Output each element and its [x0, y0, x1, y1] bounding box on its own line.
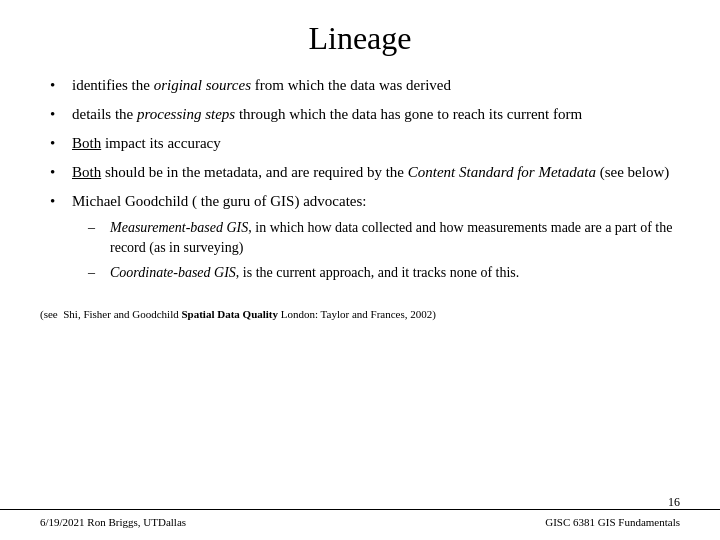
sub-bullet-list: – Measurement-based GIS, in which how da… — [88, 218, 680, 283]
bullet-text-4: Both should be in the metadata, and are … — [72, 162, 680, 183]
sub-dash: – — [88, 263, 106, 283]
bullet-dot: • — [50, 162, 68, 183]
bullet-text-5: Michael Goodchild ( the guru of GIS) adv… — [72, 191, 680, 289]
underline-text: Both — [72, 135, 101, 151]
footer-bar: 6/19/2021 Ron Briggs, UTDallas GISC 6381… — [0, 509, 720, 528]
bullet-text-2: details the processing steps through whi… — [72, 104, 680, 125]
page-number: 16 — [668, 495, 680, 510]
bullet-dot: • — [50, 75, 68, 96]
sub-text-1: Measurement-based GIS, in which how data… — [110, 218, 680, 257]
bullet-dot: • — [50, 191, 68, 212]
sub-list-item: – Measurement-based GIS, in which how da… — [88, 218, 680, 257]
bullet-text-3: Both impact its accuracy — [72, 133, 680, 154]
list-item: • Both should be in the metadata, and ar… — [50, 162, 680, 183]
bullet-dot: • — [50, 133, 68, 154]
bold-text: Spatial Data Quality — [181, 308, 278, 320]
main-bullet-list: • identifies the original sources from w… — [50, 75, 680, 297]
italic-text: Measurement-based GIS — [110, 220, 248, 235]
bullet-text-1: identifies the original sources from whi… — [72, 75, 680, 96]
bullet-dot: • — [50, 104, 68, 125]
underline-text: Both — [72, 164, 101, 180]
italic-text: Content Standard for Metadata — [408, 164, 596, 180]
italic-text: original sources — [154, 77, 251, 93]
footer-left: 6/19/2021 Ron Briggs, UTDallas — [40, 516, 186, 528]
list-item: • identifies the original sources from w… — [50, 75, 680, 96]
sub-dash: – — [88, 218, 106, 238]
sub-list-item: – Coordinate-based GIS, is the current a… — [88, 263, 680, 283]
footer-reference: (see Shi, Fisher and Goodchild Spatial D… — [40, 307, 680, 322]
italic-text: Coordinate-based GIS — [110, 265, 236, 280]
list-item: • Michael Goodchild ( the guru of GIS) a… — [50, 191, 680, 289]
italic-text: processing steps — [137, 106, 235, 122]
normal-text: , is the current approach, and it tracks… — [236, 265, 519, 280]
slide-title: Lineage — [40, 20, 680, 57]
footer-center: GISC 6381 GIS Fundamentals — [545, 516, 680, 528]
list-item: • details the processing steps through w… — [50, 104, 680, 125]
slide-container: Lineage • identifies the original source… — [0, 0, 720, 540]
sub-text-2: Coordinate-based GIS, is the current app… — [110, 263, 680, 283]
list-item: • Both impact its accuracy — [50, 133, 680, 154]
